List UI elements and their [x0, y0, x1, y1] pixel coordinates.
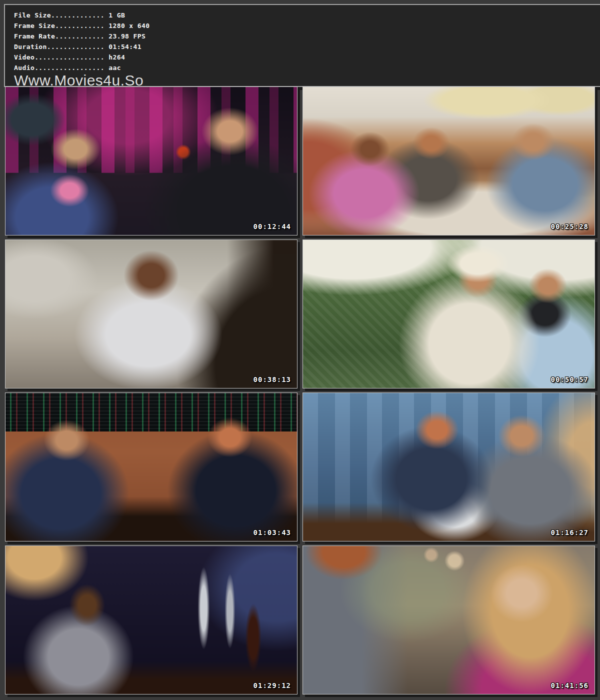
movie-still-night-bar: [6, 546, 297, 694]
screenshot-thumb-8: 01:41:56: [302, 546, 595, 694]
timestamp-overlay: 00:38:13: [254, 376, 291, 384]
movie-still-pastel-shirt: [6, 240, 297, 388]
movie-still-trading-office: [6, 393, 297, 541]
timestamp-overlay: 01:29:12: [254, 682, 291, 690]
site-watermark: Www.Movies4u.So: [14, 73, 600, 88]
timestamp-overlay: 01:03:43: [254, 528, 291, 536]
screenshot-thumb-1: 00:12:44: [5, 86, 298, 236]
movie-still-diner: [303, 87, 594, 235]
media-info-sheet: File Size............. 1 GB Frame Size..…: [0, 0, 600, 700]
movie-still-patio: [303, 240, 594, 388]
file-size-line: File Size............. 1 GB: [14, 10, 600, 20]
frame-rate-line: Frame Rate............ 23.98 FPS: [14, 31, 600, 42]
timestamp-overlay: 00:12:44: [254, 222, 291, 230]
timestamp-overlay: 00:50:57: [551, 376, 588, 384]
timestamp-overlay: 01:41:56: [551, 682, 588, 690]
frame-size-line: Frame Size............ 1280 x 640: [14, 20, 600, 31]
movie-still-blue-office: [303, 393, 594, 541]
video-codec-line: Video................. h264: [14, 52, 600, 62]
timestamp-overlay: 00:25:28: [551, 222, 588, 230]
screenshot-grid: 00:12:44 00:25:28 00:38:13 00:50:57 01:0…: [5, 86, 595, 694]
audio-codec-line: Audio................. aac: [14, 62, 600, 73]
screenshot-thumb-6: 01:16:27: [302, 392, 595, 542]
screenshot-thumb-2: 00:25:28: [302, 86, 595, 236]
movie-still-party: [303, 546, 594, 694]
screenshot-thumb-5: 01:03:43: [5, 392, 298, 542]
file-info-panel: File Size............. 1 GB Frame Size..…: [4, 4, 600, 87]
timestamp-overlay: 01:16:27: [551, 528, 588, 536]
duration-line: Duration.............. 01:54:41: [14, 42, 600, 52]
screenshot-thumb-4: 00:50:57: [302, 240, 595, 388]
screenshot-thumb-7: 01:29:12: [5, 546, 298, 694]
screenshot-thumb-3: 00:38:13: [5, 240, 298, 388]
movie-still-nightclub: [6, 87, 297, 235]
